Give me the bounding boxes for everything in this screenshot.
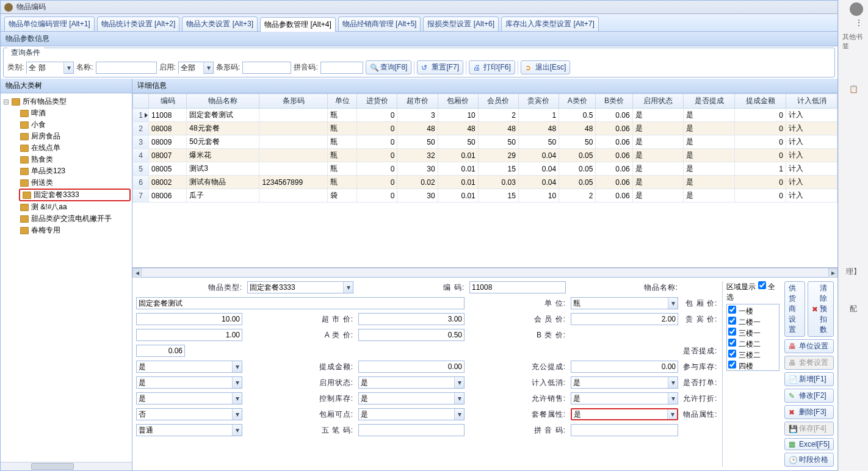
chevron-down-icon[interactable]: ▾ [454,393,464,404]
input-combo_attr[interactable] [572,409,667,419]
cell[interactable]: 08008 [149,122,187,135]
col-header[interactable]: A类价 [559,94,596,109]
cell[interactable]: 爆米花 [187,149,259,162]
cell[interactable]: 0.06 [596,176,632,189]
chevron-down-icon[interactable]: ▾ [203,62,213,73]
cell[interactable]: 2 [559,189,596,203]
chevron-down-icon[interactable]: ▾ [454,377,464,388]
cell[interactable]: 是 [632,122,684,135]
col-header[interactable]: 是否提成 [684,94,735,109]
input-market_price[interactable] [358,313,465,325]
enable-value[interactable] [179,62,203,74]
cell[interactable]: 是 [684,162,735,176]
cell[interactable]: 0.01 [438,189,478,203]
cell[interactable] [259,162,327,176]
supplier-button[interactable]: 供货商设置 [784,281,805,337]
col-header[interactable]: 贵宾价 [518,94,559,109]
cell[interactable]: 瓜子 [187,189,259,203]
combo-box_click[interactable]: ▾ [358,408,465,420]
table-row[interactable]: 30800950元套餐瓶050505050500.06是是0计入 [133,135,837,149]
combo-count_low[interactable]: ▾ [571,376,678,389]
cell[interactable]: 0.06 [596,189,632,203]
cell[interactable]: 0.05 [559,149,596,162]
cell[interactable]: 1 [735,162,786,176]
category-select[interactable]: ▾ [26,62,74,74]
cell[interactable]: 0.03 [478,176,518,189]
cell[interactable]: 0.06 [596,162,632,176]
tab-0[interactable]: 物品单位编码管理 [Alt+1] [4,16,95,31]
col-header[interactable]: 提成金额 [735,94,786,109]
cell[interactable]: 10 [438,109,478,122]
zone-item[interactable]: 三楼一 [728,328,778,339]
cell[interactable]: 10 [518,189,559,203]
tab-1[interactable]: 物品统计类设置 [Alt+2] [97,16,180,31]
input-allow_sale[interactable] [571,393,668,404]
combo-item_attr[interactable]: ▾ [136,424,242,436]
cell[interactable]: 0.01 [438,162,478,176]
cell[interactable]: 11008 [149,109,187,122]
table-row[interactable]: 508005测试3瓶0300.01150.040.050.06是是1计入 [133,162,837,176]
input-stock_in[interactable] [137,377,232,388]
category-value[interactable] [27,62,63,74]
cell[interactable]: 计入 [786,189,837,203]
scroll-left-icon[interactable]: ◂ [132,268,142,278]
cell[interactable]: 48 [518,122,559,135]
cell[interactable]: 是 [684,149,735,162]
tab-4[interactable]: 物品经销商管理 [Alt+5] [338,16,421,31]
cell[interactable]: 瓶 [327,149,357,162]
cell[interactable]: 0.04 [518,149,559,162]
tab-2[interactable]: 物品大类设置 [Alt+3] [182,16,258,31]
delete-button[interactable]: ✖删除[F3] [784,405,834,419]
data-grid[interactable]: 编码物品名称条形码单位进货价超市价包厢价会员价贵宾价A类价B类价启用状态是否提成… [132,93,837,203]
cell[interactable]: 08007 [149,149,187,162]
more-icon[interactable] [855,19,863,27]
tab-6[interactable]: 库存出入库类型设置 [Alt+7] [501,16,599,31]
zone-item[interactable]: 二楼一 [728,317,778,328]
combo-unit[interactable]: ▾ [571,297,678,309]
col-header[interactable]: 超市价 [397,94,438,109]
tree-item[interactable]: 厨房食品 [19,131,131,142]
col-header[interactable]: 条形码 [259,94,327,109]
cell[interactable]: 0 [735,122,786,135]
tree-hscroll[interactable] [1,462,132,470]
cell[interactable]: 2 [478,109,518,122]
cell[interactable]: 计入 [786,149,837,162]
cell[interactable]: 是 [684,122,735,135]
col-header[interactable]: 编码 [149,94,187,109]
cell[interactable]: 50 [559,135,596,149]
chevron-down-icon[interactable]: ▾ [668,393,678,404]
input-count_low[interactable] [571,377,668,388]
row-header[interactable]: 4 [133,149,149,162]
col-header[interactable]: 启用状态 [632,94,684,109]
cell[interactable]: 50 [478,135,518,149]
chevron-down-icon[interactable]: ▾ [343,282,353,293]
tree-item[interactable]: 甜品类萨交流电机撇开手 [19,213,131,225]
table-row[interactable]: 408007爆米花瓶0320.01290.040.050.06是是0计入 [133,149,837,162]
reset-button[interactable]: ↺重置[F7] [417,60,463,74]
row-header[interactable]: 1 [133,109,149,122]
input-ctrl_stock[interactable] [359,393,454,404]
tree-item[interactable]: 春梅专用 [19,225,131,236]
cell[interactable]: 0 [357,149,397,162]
chevron-down-icon[interactable]: ▾ [232,409,242,420]
cell[interactable]: 30 [397,162,438,176]
chevron-down-icon[interactable]: ▾ [232,361,242,372]
cell[interactable]: 50 [438,135,478,149]
cell[interactable]: 0.06 [596,135,632,149]
tree-item[interactable]: 小食 [19,119,131,131]
cell[interactable]: 15 [478,189,518,203]
cell[interactable]: 是 [684,189,735,203]
cell[interactable]: 0 [357,135,397,149]
input-box_price[interactable] [136,313,242,325]
cell[interactable]: 计入 [786,162,837,176]
cell[interactable]: 0.5 [559,109,596,122]
input-unit[interactable] [571,298,668,309]
input-code[interactable] [469,281,566,293]
input-box_click[interactable] [359,409,454,420]
cell[interactable]: 0 [357,122,397,135]
cell[interactable]: 0 [357,176,397,189]
row-header[interactable]: 2 [133,122,149,135]
cell[interactable] [259,149,327,162]
combo-allow_disc[interactable]: ▾ [136,408,242,420]
input-wubi[interactable] [358,424,465,436]
